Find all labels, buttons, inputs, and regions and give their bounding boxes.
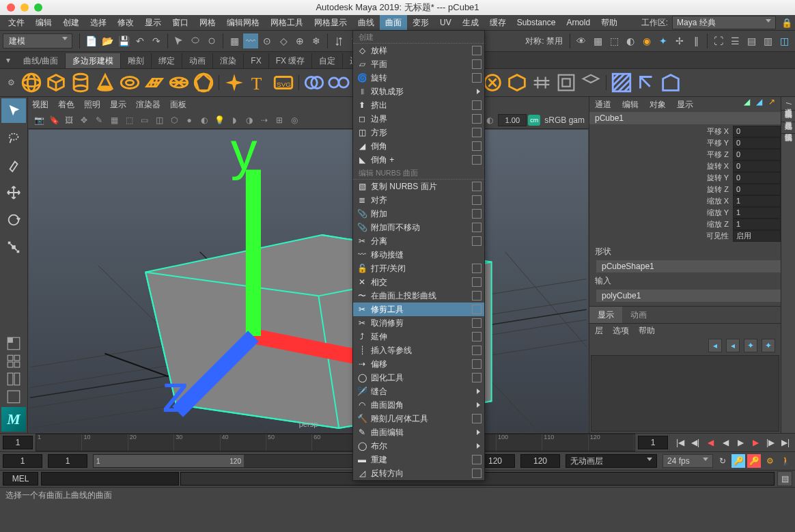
- grid-icon[interactable]: ▦: [107, 113, 121, 127]
- shelf-tab-雕刻[interactable]: 雕刻: [121, 53, 152, 68]
- layout-a-icon[interactable]: [1, 336, 26, 351]
- toggle-f-icon[interactable]: ✢: [672, 33, 687, 48]
- menu-item-雕刻几何体工具[interactable]: 🔨雕刻几何体工具: [353, 412, 484, 425]
- option-box-icon[interactable]: [472, 195, 482, 205]
- shelf-tab-FX[interactable]: FX: [244, 53, 268, 68]
- 2d-pan-icon[interactable]: ✥: [77, 113, 91, 127]
- viewport-menu-视图[interactable]: 视图: [32, 99, 48, 111]
- play-back-icon[interactable]: ◀: [719, 436, 732, 449]
- play-fwd-icon[interactable]: ▶: [734, 436, 747, 449]
- shelf-editor-icon[interactable]: ⚙: [3, 78, 19, 87]
- combine-icon[interactable]: [303, 71, 326, 94]
- layer-btn-3[interactable]: ✦: [744, 339, 757, 352]
- menu-item-移动接缝[interactable]: 〰移动接缝: [353, 248, 484, 262]
- pause-icon[interactable]: ‖: [688, 33, 703, 48]
- menu-item-曲面编辑[interactable]: ✎曲面编辑: [353, 425, 484, 439]
- menu-item-旋转[interactable]: 🌀旋转: [353, 71, 484, 85]
- layer-tab-显示[interactable]: 显示: [589, 307, 622, 323]
- open-scene-icon[interactable]: 📂: [100, 33, 115, 48]
- channelbox-node[interactable]: pCube1: [589, 112, 781, 124]
- snap-live-icon[interactable]: ❄: [309, 33, 324, 48]
- script-lang-selector[interactable]: MEL: [3, 472, 38, 486]
- attr-value-field[interactable]: 0: [733, 137, 781, 149]
- menu-item-曲面圆角[interactable]: ◠曲面圆角: [353, 398, 484, 412]
- menu-文件[interactable]: 文件: [3, 15, 30, 30]
- select-mode-icon[interactable]: [171, 33, 186, 48]
- loop-icon[interactable]: ↻: [716, 454, 729, 468]
- menu-item-附加[interactable]: 📎附加: [353, 207, 484, 221]
- paint-select-icon[interactable]: [204, 33, 219, 48]
- option-box-icon[interactable]: [472, 291, 482, 300]
- viewport-menu-照明[interactable]: 照明: [84, 99, 100, 111]
- toggle-modeling-icon[interactable]: 👁: [574, 33, 589, 48]
- attr-value-field[interactable]: 0: [733, 184, 781, 195]
- new-scene-icon[interactable]: 📄: [83, 33, 98, 48]
- character-icon[interactable]: 🚶: [779, 454, 792, 468]
- shelf-tab-渲染[interactable]: 渲染: [213, 53, 244, 68]
- svg-icon[interactable]: SVG: [272, 71, 295, 94]
- menu-item-偏移[interactable]: ⇢偏移: [353, 357, 484, 371]
- option-box-icon[interactable]: [472, 359, 482, 369]
- isolate-icon[interactable]: ◎: [288, 113, 301, 127]
- lasso-tool[interactable]: [1, 126, 26, 150]
- attr-value-field[interactable]: 启用: [733, 230, 781, 242]
- menu-Arnold[interactable]: Arnold: [561, 15, 596, 30]
- toggle-b-icon[interactable]: ⬚: [606, 33, 622, 48]
- layer-btn-1[interactable]: ◂: [708, 339, 722, 352]
- option-box-icon[interactable]: [472, 373, 482, 382]
- perspective-viewport[interactable]: persp x y z: [29, 130, 588, 432]
- undo-icon[interactable]: ↶: [132, 33, 148, 48]
- cb-menu-显示[interactable]: 显示: [677, 99, 693, 111]
- viewport-menu-渲染器[interactable]: 渲染器: [136, 99, 161, 111]
- shelf-g7-icon[interactable]: [555, 71, 578, 94]
- menu-窗口[interactable]: 窗口: [167, 15, 194, 30]
- menu-item-复制 NURBS 面片[interactable]: ▧复制 NURBS 面片: [353, 180, 484, 193]
- snap-grid-icon[interactable]: ▦: [227, 33, 242, 48]
- option-box-icon[interactable]: [472, 114, 482, 124]
- poly-torus-icon[interactable]: [118, 71, 141, 94]
- menu-曲面[interactable]: 曲面: [380, 15, 407, 30]
- menu-item-方形[interactable]: ◫方形: [353, 126, 484, 139]
- save-scene-icon[interactable]: 💾: [116, 33, 131, 48]
- textured-icon[interactable]: ◐: [197, 113, 211, 127]
- menu-item-缝合[interactable]: 🪡缝合: [353, 384, 484, 398]
- option-box-icon[interactable]: [472, 346, 482, 355]
- viewport-menu-着色[interactable]: 着色: [58, 99, 74, 111]
- cb-menu-通道[interactable]: 通道: [595, 99, 611, 111]
- shelf-b1-icon[interactable]: [610, 71, 633, 94]
- time-start-field[interactable]: 1: [3, 436, 33, 449]
- option-box-icon[interactable]: [472, 73, 482, 83]
- menu-item-挤出[interactable]: ⬆挤出: [353, 98, 484, 112]
- wireframe-icon[interactable]: ⬡: [167, 113, 181, 127]
- menu-网格显示[interactable]: 网格显示: [309, 15, 352, 30]
- ao-icon[interactable]: ◑: [242, 113, 256, 127]
- option-box-icon[interactable]: [472, 209, 482, 219]
- menu-item-相交[interactable]: ✕相交: [353, 275, 484, 289]
- panel-d-icon[interactable]: ▥: [760, 33, 775, 48]
- command-input[interactable]: [41, 472, 179, 486]
- range-handle[interactable]: 1 120: [94, 455, 244, 467]
- menu-编辑[interactable]: 编辑: [30, 15, 57, 30]
- layer-btn-2[interactable]: ◂: [726, 339, 740, 352]
- option-box-icon[interactable]: [472, 332, 482, 341]
- option-box-icon[interactable]: [472, 264, 482, 273]
- poly-cone-icon[interactable]: [94, 71, 117, 94]
- menu-item-倒角 +[interactable]: ◣倒角 +: [353, 153, 484, 167]
- menu-item-布尔[interactable]: ◯布尔: [353, 439, 484, 453]
- input-icon[interactable]: ⮃: [331, 33, 346, 48]
- set-key-icon[interactable]: 🔑: [747, 454, 761, 468]
- grease-icon[interactable]: ✎: [92, 113, 106, 127]
- shelf-g8-icon[interactable]: [579, 71, 602, 94]
- menu-item-平面[interactable]: ▱平面: [353, 57, 484, 71]
- option-box-icon[interactable]: [472, 455, 482, 464]
- lock-icon[interactable]: 🔒: [781, 17, 792, 28]
- menu-item-打开/关闭[interactable]: 🔓打开/关闭: [353, 262, 484, 275]
- step-fwd-icon[interactable]: ▶: [749, 436, 762, 449]
- fps-selector[interactable]: 24 fps: [662, 454, 713, 468]
- workspace-selector[interactable]: Maya 经典: [672, 16, 776, 29]
- redo-icon[interactable]: ↷: [149, 33, 164, 48]
- shelf-o2-icon[interactable]: [505, 71, 529, 94]
- script-editor-button[interactable]: ▤: [777, 471, 792, 486]
- select-tool[interactable]: [1, 98, 26, 123]
- shelf-tab-自定[interactable]: 自定: [312, 53, 343, 68]
